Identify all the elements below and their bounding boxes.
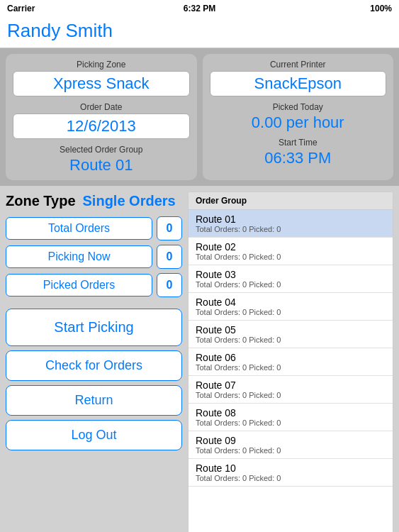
table-row[interactable]: Route 08Total Orders: 0 Picked: 0 — [189, 404, 393, 431]
current-printer-label: Current Printer — [270, 60, 326, 70]
route-name: Route 08 — [196, 407, 386, 419]
counter-value-0: 0 — [157, 216, 182, 240]
route-detail: Total Orders: 0 Picked: 0 — [196, 391, 386, 399]
header: Randy Smith — [0, 17, 399, 48]
action-btn-start-picking[interactable]: Start Picking — [6, 309, 182, 346]
route-name: Route 01 — [196, 214, 386, 225]
action-buttons: Start PickingCheck for OrdersReturnLog O… — [6, 301, 182, 455]
selected-order-group-label: Selected Order Group — [60, 145, 142, 155]
left-info-card: Picking Zone Xpress Snack Order Date 12/… — [6, 54, 197, 180]
picking-zone-label: Picking Zone — [77, 60, 125, 70]
zone-type-value: Single Orders — [83, 193, 176, 209]
picked-today-value: 0.00 per hour — [252, 113, 344, 132]
route-detail: Total Orders: 0 Picked: 0 — [196, 225, 386, 233]
order-list: Route 01Total Orders: 0 Picked: 0Route 0… — [189, 210, 393, 487]
counter-value-1: 0 — [157, 245, 182, 269]
battery-label: 100% — [370, 4, 392, 13]
counter-row: Picking Now0 — [6, 245, 182, 269]
action-btn-return[interactable]: Return — [6, 385, 182, 416]
current-printer-value[interactable]: SnackEpson — [210, 71, 387, 96]
table-row[interactable]: Route 04Total Orders: 0 Picked: 0 — [189, 293, 393, 321]
zone-type-header: Zone Type Single Orders — [6, 193, 182, 209]
picking-zone-field: Picking Zone Xpress Snack — [13, 60, 190, 96]
route-name: Route 07 — [196, 379, 386, 391]
counter-btn-1[interactable]: Picking Now — [6, 245, 152, 268]
table-row[interactable]: Route 02Total Orders: 0 Picked: 0 — [189, 238, 393, 265]
picked-today-label: Picked Today — [273, 102, 323, 112]
route-detail: Total Orders: 0 Picked: 0 — [196, 280, 386, 289]
counter-btn-2[interactable]: Picked Orders — [6, 274, 152, 297]
table-row[interactable]: Route 07Total Orders: 0 Picked: 0 — [189, 376, 393, 404]
action-btn-check-for-orders[interactable]: Check for Orders — [6, 350, 182, 381]
counter-value-2: 0 — [157, 273, 182, 297]
order-date-field: Order Date 12/6/2013 — [13, 102, 190, 139]
route-name: Route 03 — [196, 269, 386, 280]
counter-row: Picked Orders0 — [6, 273, 182, 297]
table-row[interactable]: Route 03Total Orders: 0 Picked: 0 — [189, 265, 393, 293]
route-detail: Total Orders: 0 Picked: 0 — [196, 446, 386, 455]
table-row[interactable]: Route 01Total Orders: 0 Picked: 0 — [189, 210, 393, 238]
table-row[interactable]: Route 10Total Orders: 0 Picked: 0 — [189, 459, 393, 487]
route-detail: Total Orders: 0 Picked: 0 — [196, 363, 386, 372]
table-row[interactable]: Route 05Total Orders: 0 Picked: 0 — [189, 321, 393, 348]
route-name: Route 09 — [196, 435, 386, 446]
picked-today-field: Picked Today 0.00 per hour — [210, 102, 387, 132]
user-name: Randy Smith — [7, 20, 113, 41]
route-name: Route 02 — [196, 241, 386, 253]
route-detail: Total Orders: 0 Picked: 0 — [196, 474, 386, 482]
time-label: 6:32 PM — [184, 4, 215, 13]
route-detail: Total Orders: 0 Picked: 0 — [196, 308, 386, 316]
right-info-card: Current Printer SnackEpson Picked Today … — [203, 54, 394, 180]
start-time-label: Start Time — [279, 138, 317, 148]
top-panel: Picking Zone Xpress Snack Order Date 12/… — [0, 48, 399, 186]
selected-order-group-value: Route 01 — [69, 156, 133, 174]
left-panel: Zone Type Single Orders Total Orders0Pic… — [0, 186, 188, 532]
route-name: Route 05 — [196, 324, 386, 336]
route-name: Route 04 — [196, 297, 386, 308]
route-detail: Total Orders: 0 Picked: 0 — [196, 253, 386, 261]
route-detail: Total Orders: 0 Picked: 0 — [196, 336, 386, 344]
current-printer-field: Current Printer SnackEpson — [210, 60, 387, 96]
route-name: Route 10 — [196, 462, 386, 474]
counters: Total Orders0Picking Now0Picked Orders0 — [6, 216, 182, 301]
route-detail: Total Orders: 0 Picked: 0 — [196, 419, 386, 427]
order-list-header: Order Group — [189, 192, 393, 210]
action-btn-log-out[interactable]: Log Out — [6, 420, 182, 450]
order-date-value[interactable]: 12/6/2013 — [13, 113, 190, 139]
status-bar: Carrier 6:32 PM 100% — [0, 0, 399, 17]
main-content: Zone Type Single Orders Total Orders0Pic… — [0, 186, 399, 532]
counter-btn-0[interactable]: Total Orders — [6, 217, 152, 240]
order-list-panel[interactable]: Order Group Route 01Total Orders: 0 Pick… — [188, 192, 393, 532]
counter-row: Total Orders0 — [6, 216, 182, 240]
start-time-field: Start Time 06:33 PM — [210, 138, 387, 167]
route-name: Route 06 — [196, 352, 386, 363]
table-row[interactable]: Route 06Total Orders: 0 Picked: 0 — [189, 348, 393, 376]
carrier-label: Carrier — [7, 4, 35, 13]
selected-order-group-field: Selected Order Group Route 01 — [13, 145, 190, 174]
zone-type-label: Zone Type — [6, 193, 76, 209]
table-row[interactable]: Route 09Total Orders: 0 Picked: 0 — [189, 431, 393, 459]
picking-zone-value[interactable]: Xpress Snack — [13, 71, 190, 96]
start-time-value: 06:33 PM — [264, 149, 331, 167]
order-date-label: Order Date — [80, 102, 122, 112]
